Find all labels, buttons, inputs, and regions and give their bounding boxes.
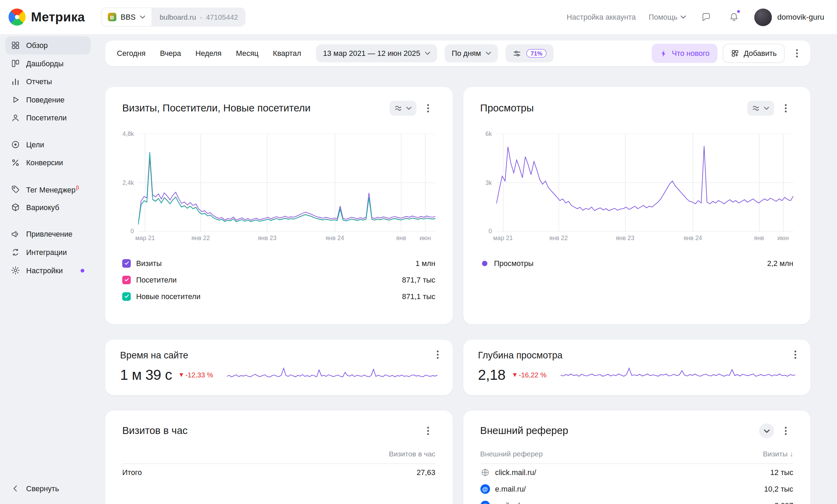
sidebar-item-integrations[interactable]: Интеграции — [5, 243, 90, 261]
metrica-logo-icon — [9, 9, 26, 26]
date-range-picker[interactable]: 13 мар 2021 — 12 июн 2025 — [316, 44, 437, 62]
granularity-select[interactable]: По дням — [445, 44, 498, 62]
expand-button[interactable] — [759, 423, 774, 438]
sidebar-collapse-button[interactable]: Свернуть — [5, 480, 90, 498]
legend-item-new-visitors[interactable]: Новые посетители 871,1 тыс — [122, 288, 435, 305]
sampling-badge: 71% — [526, 49, 547, 58]
user-menu[interactable]: domovik-guru — [754, 8, 824, 26]
widget-menu-button[interactable] — [778, 423, 793, 438]
widget-menu-button[interactable] — [420, 423, 435, 438]
sidebar-group-gap — [5, 172, 90, 180]
row-value: 10,2 тыс — [764, 484, 793, 493]
widget-title: Время на сайте — [120, 350, 437, 361]
chart-type-select[interactable] — [747, 101, 774, 116]
chevron-down-icon — [140, 16, 145, 19]
widget-menu-button[interactable] — [778, 101, 793, 116]
user-name: domovik-guru — [777, 13, 824, 21]
triangle-down-icon: ▼ — [180, 372, 183, 377]
sidebar-item-visitors[interactable]: Посетители — [5, 109, 90, 127]
notifications-button[interactable] — [727, 10, 741, 24]
collapse-label: Свернуть — [26, 484, 59, 493]
tab-quarter[interactable]: Квартал — [273, 49, 301, 58]
legend-item-visitors[interactable]: Посетители 871,7 тыс — [122, 271, 435, 288]
sidebar-item-variocube[interactable]: Вариокуб — [5, 198, 90, 217]
widget-title: Просмотры — [480, 102, 534, 114]
x-axis: мар 21 янв 22 янв 23 янв 24 янв июн — [496, 231, 793, 243]
bell-icon — [729, 12, 739, 22]
counter-switcher[interactable]: B BBS bulboard.ru · 47105442 — [101, 8, 246, 27]
beta-badge: β — [76, 185, 79, 190]
traffic-chart — [138, 134, 435, 231]
widget-menu-button[interactable] — [420, 101, 435, 116]
counter-id: 47105442 — [206, 13, 238, 21]
triangle-down-icon: ▼ — [513, 372, 517, 377]
sidebar-item-goals[interactable]: Цели — [5, 136, 90, 154]
time-on-site-widget: Время на сайте 1 м 39 с ▼ -12,33 % — [105, 340, 453, 395]
chat-button[interactable] — [699, 10, 714, 24]
sidebar-group-gap — [5, 217, 90, 225]
column-header-sort[interactable]: Визиты ↓ — [763, 450, 793, 458]
tab-week[interactable]: Неделя — [195, 49, 222, 58]
sidebar-item-acquisition[interactable]: Привлечение — [5, 225, 90, 243]
row-value: 27,63 — [417, 468, 435, 477]
chart-type-select[interactable] — [389, 101, 416, 116]
tab-yesterday[interactable]: Вчера — [160, 49, 181, 58]
smoothing-icon — [394, 104, 403, 112]
tab-month[interactable]: Месяц — [236, 49, 258, 58]
sidebar-item-behavior[interactable]: Поведение — [5, 91, 90, 109]
avatar — [754, 8, 772, 26]
kebab-icon — [785, 427, 787, 435]
legend-label: Просмотры — [494, 259, 533, 268]
header-right: Настройка аккаунта Помощь domovik-guru — [567, 8, 824, 26]
help-menu[interactable]: Помощь — [648, 13, 686, 21]
toolbar-menu-button[interactable] — [789, 45, 805, 61]
traffic-widget: Визиты, Посетители, Новые посетители 4,8… — [105, 87, 453, 324]
sampling-settings-button[interactable]: 71% — [506, 44, 554, 62]
sidebar-item-settings[interactable]: Настройки — [5, 261, 90, 279]
legend-item-views[interactable]: Просмотры 2,2 млн — [480, 255, 793, 271]
kebab-icon — [796, 49, 798, 58]
bar-chart-icon — [11, 77, 20, 87]
legend-item-visits[interactable]: Визиты 1 млн — [122, 255, 435, 271]
series-dot-icon — [482, 260, 487, 266]
sidebar-item-dashboards[interactable]: Дашборды — [5, 55, 90, 73]
referer-link[interactable]: click.mail.ru/ — [495, 468, 536, 477]
widget-title: Глубина просмотра — [478, 350, 795, 361]
brand-name: Метрика — [31, 10, 85, 24]
kebab-icon — [427, 427, 429, 435]
percent-icon — [11, 158, 20, 168]
sidebar-item-label: Посетители — [26, 113, 67, 122]
views-chart-plot[interactable] — [496, 134, 793, 231]
kpi-delta: ▼ -16,22 % — [513, 371, 546, 379]
kpi-value: 2,18 — [478, 367, 505, 383]
referer-link[interactable]: mail.ru/ — [495, 501, 520, 504]
widget-menu-button[interactable] — [430, 347, 445, 362]
kebab-icon — [794, 350, 796, 359]
counter-domain-pill[interactable]: bulboard.ru · 47105442 — [152, 8, 246, 27]
sidebar-item-overview[interactable]: Обзор — [5, 36, 90, 55]
megaphone-icon — [11, 229, 20, 239]
checkbox-checked-icon[interactable] — [122, 275, 131, 284]
column-header: Внешний реферер — [480, 450, 543, 458]
whats-new-button[interactable]: Что нового — [652, 44, 718, 63]
sidebar-item-conversions[interactable]: Конверсии — [5, 154, 90, 172]
sidebar-item-tag-manager[interactable]: Тег Менеджерβ — [5, 180, 90, 199]
tab-today[interactable]: Сегодня — [117, 49, 146, 58]
traffic-chart-plot[interactable] — [138, 134, 435, 231]
referer-link[interactable]: e.mail.ru/ — [495, 484, 526, 493]
brand-logo[interactable]: Метрика — [9, 9, 85, 26]
row-label: Итого — [122, 468, 142, 477]
checkbox-checked-icon[interactable] — [122, 259, 131, 268]
widget-menu-button[interactable] — [788, 347, 803, 362]
view-depth-sparkline[interactable] — [560, 366, 795, 384]
granularity-value: По дням — [452, 49, 481, 58]
counter-selector[interactable]: B BBS — [101, 8, 152, 27]
play-icon — [11, 95, 20, 105]
time-on-site-sparkline[interactable] — [227, 366, 437, 384]
account-settings-link[interactable]: Настройка аккаунта — [567, 13, 636, 21]
sidebar-item-label: Цели — [26, 140, 44, 149]
checkbox-checked-icon[interactable] — [122, 292, 131, 300]
sidebar-item-reports[interactable]: Отчеты — [5, 72, 90, 91]
add-widget-button[interactable]: Добавить — [723, 44, 785, 63]
globe-icon — [480, 467, 490, 477]
